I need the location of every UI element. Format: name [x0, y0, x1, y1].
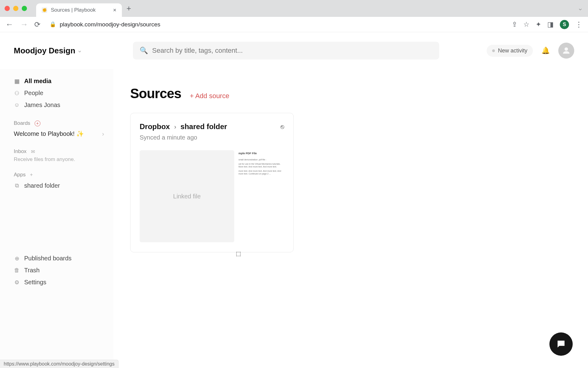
tabs-overflow-icon[interactable]: ⌵ [579, 6, 582, 11]
unlink-icon[interactable]: ⎋ [281, 123, 284, 130]
inbox-subtext: Receive files from anyone. [14, 156, 104, 163]
source-card[interactable]: Dropbox › shared folder ⎋ Synced a minut… [130, 113, 294, 252]
face-icon: ☺ [14, 102, 20, 108]
sidebar-item-label: Settings [24, 279, 46, 286]
chrome-profile-avatar[interactable]: S [560, 20, 569, 29]
breadcrumb-separator: › [174, 123, 176, 130]
grid-icon: ▦ [14, 78, 20, 85]
inbox-icon[interactable]: ✉ [31, 149, 35, 155]
globe-icon: ⊕ [14, 255, 20, 262]
sidebar-item-label: Trash [24, 267, 40, 274]
chevron-down-icon: ⌵ [78, 48, 81, 53]
chat-fab[interactable] [549, 332, 573, 356]
window-minimize-traffic-light[interactable] [13, 6, 18, 11]
inbox-section-label: Inbox [14, 148, 27, 155]
forward-button[interactable]: → [20, 20, 28, 29]
gear-icon: ⚙ [14, 279, 20, 286]
search-bar[interactable]: 🔍 [133, 42, 439, 59]
side-panel-icon[interactable]: ◨ [547, 21, 554, 29]
sidebar-item-settings[interactable]: ⚙ Settings [14, 276, 104, 288]
apps-section-label: Apps [14, 172, 26, 178]
search-icon: 🔍 [140, 47, 148, 55]
pdf-preview-thumbnail[interactable]: mple PDF File small demonstration .pdf f… [236, 150, 284, 242]
linked-file-thumbnail[interactable]: Linked file [140, 150, 234, 242]
back-button[interactable]: ← [6, 20, 13, 29]
main-content: Sources + Add source Dropbox › shared fo… [113, 32, 588, 368]
svg-point-0 [565, 48, 568, 51]
page-title: Sources [130, 86, 181, 101]
chevron-right-icon: › [102, 130, 104, 137]
window-zoom-traffic-light[interactable] [22, 6, 27, 11]
address-bar[interactable]: 🔒 playbook.com/moodjoy-design/sources [47, 21, 506, 28]
tab-title: Sources | Playbook [51, 7, 109, 13]
status-bar-link: https://www.playbook.com/moodjoy-design/… [0, 360, 119, 368]
browser-tab[interactable]: ✊ Sources | Playbook × [36, 3, 122, 17]
workspace-name: Moodjoy Design [14, 46, 75, 56]
add-source-button[interactable]: + Add source [190, 92, 229, 100]
extensions-icon[interactable]: ✦ [536, 21, 541, 29]
sidebar-board-welcome[interactable]: Welcome to Playbook! ✨ › [14, 128, 104, 139]
chrome-menu-icon[interactable]: ⋮ [575, 20, 582, 29]
sidebar-item-published-boards[interactable]: ⊕ Published boards [14, 252, 104, 264]
boards-section-label: Boards [14, 120, 30, 126]
sidebar-item-label: People [24, 90, 43, 97]
sidebar-item-all-media[interactable]: ▦ All media [14, 75, 104, 87]
sync-status: Synced a minute ago [140, 134, 284, 141]
board-label: Welcome to Playbook! ✨ [14, 130, 84, 137]
sidebar-item-label: James Jonas [24, 102, 60, 109]
sidebar-item-james-jonas[interactable]: ☺ James Jonas [14, 99, 104, 111]
lock-icon: 🔒 [50, 21, 56, 28]
add-app-button[interactable]: + [30, 172, 33, 178]
new-activity-button[interactable]: New activity [487, 45, 533, 57]
add-board-button[interactable]: + [35, 121, 40, 126]
sidebar-item-trash[interactable]: 🗑 Trash [14, 264, 104, 276]
source-folder: shared folder [180, 122, 227, 131]
favicon-icon: ✊ [42, 7, 47, 13]
source-origin: Dropbox [140, 122, 170, 131]
sidebar-item-label: Published boards [24, 255, 72, 262]
app-label: shared folder [24, 182, 60, 189]
new-tab-button[interactable]: + [126, 4, 131, 13]
search-input[interactable] [152, 47, 432, 55]
share-icon[interactable]: ⇪ [512, 21, 517, 29]
sidebar-item-people[interactable]: ⚇ People [14, 87, 104, 99]
person-icon: ⚇ [14, 90, 20, 97]
new-activity-label: New activity [498, 48, 527, 54]
bookmark-star-icon[interactable]: ☆ [523, 21, 530, 29]
trash-icon: 🗑 [14, 267, 20, 274]
sidebar-app-shared-folder[interactable]: ⧉ shared folder [14, 180, 104, 192]
window-close-traffic-light[interactable] [5, 6, 10, 11]
dropbox-icon: ⧉ [14, 182, 20, 189]
url-text: playbook.com/moodjoy-design/sources [60, 21, 160, 28]
chat-icon [556, 339, 566, 349]
user-avatar[interactable] [558, 43, 574, 59]
sidebar-item-label: All media [24, 78, 51, 85]
linked-file-label: Linked file [173, 193, 201, 200]
tab-close-icon[interactable]: × [113, 7, 116, 13]
activity-dot-icon [492, 49, 495, 52]
pdf-preview-title: mple PDF File [239, 152, 282, 155]
workspace-switcher[interactable]: Moodjoy Design ⌵ [14, 46, 81, 56]
reload-button[interactable]: ⟳ [34, 20, 40, 29]
sidebar: ▦ All media ⚇ People ☺ James Jonas Board… [0, 32, 113, 368]
notifications-bell-icon[interactable]: 🔔 [541, 47, 550, 55]
